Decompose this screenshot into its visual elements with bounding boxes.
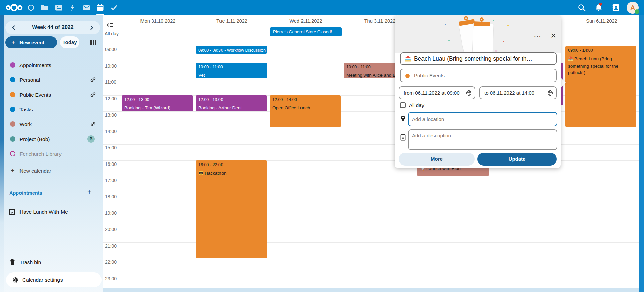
event-open-office-lunch[interactable]: 12:00 - 14:00 Open Office Lunch: [270, 95, 341, 127]
calendar-name: Appointments: [19, 62, 51, 68]
event-workflow-discussion[interactable]: 09:00 - 09:30 - Workflow Discussion: [196, 46, 267, 54]
description-input[interactable]: [409, 130, 557, 149]
week-view-toggle-icon[interactable]: [90, 39, 97, 46]
close-icon[interactable]: ×: [551, 30, 556, 41]
event-time: 12:00 - 13:00: [198, 97, 264, 102]
event-label: 09:00 - 09:30 - Workflow Discussion: [198, 48, 266, 53]
sidebar-item-personal[interactable]: Personal: [4, 76, 103, 89]
sidebar-item-appointments-calendar[interactable]: Appointments: [4, 61, 103, 75]
plus-icon: +: [11, 167, 15, 175]
time-label: 21:00: [105, 243, 117, 249]
share-link-icon[interactable]: [90, 92, 96, 98]
calendar-settings-button[interactable]: Calendar settings: [6, 272, 102, 287]
calendar-color-dot: [10, 62, 15, 68]
timezone-globe-icon[interactable]: [547, 90, 553, 96]
plus-icon: +: [11, 39, 15, 46]
calendar-color-dot: [10, 107, 15, 112]
timezone-globe-icon[interactable]: [466, 90, 472, 96]
calendar-settings-label: Calendar settings: [22, 277, 63, 283]
week-title[interactable]: Week 44 of 2022: [5, 24, 100, 30]
time-label: 17:00: [105, 178, 117, 183]
app-files-icon[interactable]: [41, 4, 49, 12]
location-input[interactable]: [409, 113, 557, 126]
gridline: [121, 15, 121, 288]
new-calendar-button[interactable]: + New calendar: [4, 167, 103, 177]
event-title: Vet: [198, 72, 264, 78]
time-label: 22:00: [105, 259, 117, 265]
event-beach-luau[interactable]: 09:00 - 14:00 Beach Luau (Bring somethin…: [565, 46, 636, 127]
event-booking-tim[interactable]: 12:00 - 13:00 Booking - Tim (Wizard): [122, 95, 193, 111]
start-date-field[interactable]: from 06.11.2022 at 09:00: [399, 86, 475, 99]
event-title-field[interactable]: Beach Luau (Bring something special for …: [400, 52, 557, 65]
event-time: 12:00 - 13:00: [124, 97, 190, 102]
event-hackathon[interactable]: 16:00 - 22:00 Hackathon: [196, 160, 267, 258]
event-title-value: Beach Luau (Bring something special for …: [414, 55, 532, 62]
start-date-value: from 06.11.2022 at 09:00: [404, 90, 460, 96]
vertical-scrollbar[interactable]: [639, 15, 644, 292]
more-button[interactable]: More: [399, 153, 475, 166]
calendar-color-dot: [10, 121, 15, 127]
calendar-color-dot: [10, 77, 15, 82]
collapse-timegrid-icon[interactable]: [107, 22, 114, 28]
day-header-mon[interactable]: Mon 31.10.2022: [121, 18, 195, 24]
appointment-config-label: Have Lunch With Me: [19, 209, 68, 215]
allday-checkbox[interactable]: [400, 102, 406, 108]
allday-event-pierres-store[interactable]: Pierre's General Store Closed!: [270, 27, 342, 36]
calendar-color-dot: [405, 74, 410, 78]
app-tasks-icon[interactable]: [110, 4, 118, 12]
new-calendar-label: New calendar: [19, 168, 51, 174]
sidebar-item-work[interactable]: Work: [4, 120, 103, 134]
app-activity-icon[interactable]: [69, 4, 77, 12]
calendar-name: Fenchurch Library: [19, 151, 62, 157]
event-vet[interactable]: 10:00 - 11:00 Vet: [196, 63, 267, 78]
sidebar-item-project-bob[interactable]: Project (Bob) B: [4, 135, 103, 149]
online-status-dot: [635, 9, 639, 14]
allday-label: All day: [105, 31, 119, 36]
beach-emoji-icon: [568, 56, 573, 63]
app-calendar-icon[interactable]: [96, 4, 104, 12]
active-app-indicator: [96, 14, 104, 15]
event-title: Open Office Lunch: [272, 105, 338, 111]
day-header-sun[interactable]: Sun 6.11.2022: [565, 18, 639, 24]
description-input-wrapper: [408, 129, 557, 150]
add-appointment-config-button[interactable]: +: [87, 188, 91, 196]
end-date-field[interactable]: to 06.11.2022 at 14:00: [479, 86, 557, 99]
calendar-name: Tasks: [19, 107, 33, 113]
contacts-icon[interactable]: [612, 3, 620, 12]
update-button[interactable]: Update: [477, 153, 557, 166]
calendar-check-icon: [9, 208, 15, 215]
time-label: 23:00: [105, 276, 117, 281]
search-icon[interactable]: [577, 3, 586, 12]
next-week-button[interactable]: [87, 24, 95, 32]
app-mail-icon[interactable]: [82, 4, 90, 12]
today-button[interactable]: Today: [60, 36, 79, 48]
app-dashboard-icon[interactable]: [27, 4, 35, 12]
calendar-name: Public Events: [19, 92, 51, 98]
allday-checkbox-label: All day: [409, 102, 424, 108]
app-photos-icon[interactable]: [55, 4, 63, 12]
trash-bin-button[interactable]: Trash bin: [4, 258, 103, 268]
gridline: [343, 15, 343, 288]
sidebar-item-fenchurch-library[interactable]: Fenchurch Library: [4, 150, 103, 163]
gear-icon: [13, 277, 19, 283]
appointment-config-have-lunch[interactable]: Have Lunch With Me: [4, 208, 103, 218]
day-header-wed[interactable]: Wed 2.11.2022: [269, 18, 343, 24]
new-event-button[interactable]: + New event: [5, 36, 57, 48]
popup-more-actions-icon[interactable]: ⋯: [534, 32, 542, 41]
event-title: Booking - Arthur Dent: [198, 105, 264, 111]
share-link-icon[interactable]: [90, 77, 96, 83]
day-header-tue[interactable]: Tue 1.11.2022: [195, 18, 269, 24]
event-time: 10:00 - 11:00: [198, 65, 264, 69]
background-accent-strip: [0, 15, 4, 292]
sidebar-item-public-events[interactable]: Public Events: [4, 91, 103, 104]
gridline: [195, 15, 195, 288]
nextcloud-logo[interactable]: [5, 2, 23, 13]
share-link-icon[interactable]: [90, 121, 96, 127]
calendar-color-dot: [10, 92, 15, 97]
sunglasses-emoji-icon: [198, 170, 204, 177]
sidebar-item-tasks[interactable]: Tasks: [4, 106, 103, 119]
event-booking-arthur[interactable]: 12:00 - 13:00 Booking - Arthur Dent: [196, 95, 267, 111]
time-label: 20:00: [105, 227, 117, 232]
calendar-name: Personal: [19, 77, 40, 83]
calendar-picker[interactable]: Public Events: [400, 69, 557, 82]
